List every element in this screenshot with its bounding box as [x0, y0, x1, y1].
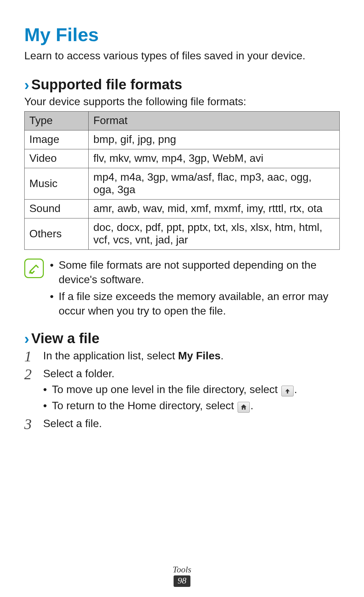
step-number-icon: 3 [24, 414, 32, 434]
file-formats-table: Type Format Image bmp, gif, jpg, png Vid… [24, 111, 340, 250]
section-title-view: View a file [31, 330, 99, 347]
cell-type: Video [25, 149, 89, 168]
intro-text: Learn to access various types of files s… [24, 49, 340, 63]
cell-format: doc, docx, pdf, ppt, pptx, txt, xls, xls… [89, 218, 340, 250]
cell-type: Image [25, 130, 89, 149]
step-bold: My Files [178, 350, 220, 362]
section-title-formats: Supported file formats [31, 77, 182, 93]
table-head-format: Format [89, 112, 340, 130]
cell-type: Others [25, 218, 89, 250]
table-row: Sound amr, awb, wav, mid, xmf, mxmf, imy… [25, 200, 340, 218]
home-icon [238, 402, 250, 413]
sub-text: . [294, 383, 297, 395]
cell-format: flv, mkv, wmv, mp4, 3gp, WebM, avi [89, 149, 340, 168]
note-item: If a file size exceeds the memory availa… [50, 289, 340, 318]
step-text: . [220, 350, 223, 362]
step-text: In the application list, select [43, 350, 178, 362]
table-row: Video flv, mkv, wmv, mp4, 3gp, WebM, avi [25, 149, 340, 168]
section-header-formats: › Supported file formats [24, 77, 340, 93]
step-text: Select a file. [43, 417, 102, 429]
sub-bullet-item: To return to the Home directory, select … [43, 398, 340, 413]
sub-text: . [250, 399, 253, 412]
note-item: Some file formats are not supported depe… [50, 258, 340, 287]
page-title: My Files [24, 24, 340, 46]
note-list: Some file formats are not supported depe… [50, 258, 340, 320]
sub-text: To move up one level in the file directo… [52, 383, 281, 395]
cell-format: mp4, m4a, 3gp, wma/asf, flac, mp3, aac, … [89, 168, 340, 200]
footer-page-number: 98 [174, 575, 190, 587]
step-text: Select a folder. [43, 367, 115, 380]
note-icon [24, 259, 44, 278]
sub-bullet-item: To move up one level in the file directo… [43, 382, 340, 397]
step-number-icon: 1 [24, 347, 32, 366]
note-block: Some file formats are not supported depe… [24, 258, 340, 320]
step-item: 3 Select a file. [24, 416, 340, 431]
cell-type: Music [25, 168, 89, 200]
step-number-icon: 2 [24, 364, 32, 384]
table-row: Others doc, docx, pdf, ppt, pptx, txt, x… [25, 218, 340, 250]
step-item: 1 In the application list, select My Fil… [24, 349, 340, 363]
section-header-view: › View a file [24, 330, 340, 347]
page-footer: Tools 98 [0, 565, 364, 587]
sub-text: To return to the Home directory, select [52, 399, 237, 412]
chevron-icon: › [24, 78, 29, 92]
up-folder-icon [281, 386, 294, 396]
formats-body: Your device supports the following file … [24, 95, 340, 109]
steps-list: 1 In the application list, select My Fil… [24, 349, 340, 431]
cell-format: bmp, gif, jpg, png [89, 130, 340, 149]
sub-bullets: To move up one level in the file directo… [43, 382, 340, 413]
step-item: 2 Select a folder. To move up one level … [24, 366, 340, 413]
footer-section: Tools [0, 565, 364, 575]
cell-format: amr, awb, wav, mid, xmf, mxmf, imy, rttt… [89, 200, 340, 218]
cell-type: Sound [25, 200, 89, 218]
table-row: Music mp4, m4a, 3gp, wma/asf, flac, mp3,… [25, 168, 340, 200]
table-row: Image bmp, gif, jpg, png [25, 130, 340, 149]
table-head-type: Type [25, 112, 89, 130]
chevron-icon: › [24, 331, 29, 346]
